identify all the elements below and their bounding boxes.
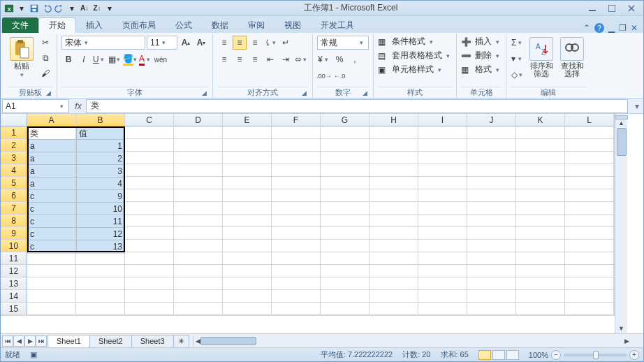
cell[interactable] [467, 164, 516, 177]
cell[interactable]: 值 [76, 126, 125, 140]
cell[interactable] [565, 215, 614, 227]
tab-home[interactable]: 开始 [38, 17, 76, 33]
row-header[interactable]: 11 [1, 252, 27, 265]
cell[interactable] [516, 139, 565, 152]
row-header[interactable]: 8 [1, 215, 27, 227]
cell[interactable] [418, 189, 467, 202]
cell[interactable] [223, 177, 272, 189]
scroll-thumb-v[interactable] [617, 128, 627, 156]
phonetic-icon[interactable]: wén [154, 52, 168, 66]
row-header[interactable]: 13 [1, 277, 27, 290]
format-painter-icon[interactable]: 🖌 [38, 66, 52, 80]
paste-button[interactable]: 粘贴 ▾ [8, 36, 36, 80]
zoom-handle[interactable] [593, 351, 599, 359]
cell[interactable] [27, 277, 76, 290]
tab-file[interactable]: 文件 [2, 17, 38, 33]
row-header[interactable]: 4 [1, 164, 27, 177]
page-layout-view-icon[interactable] [492, 350, 505, 360]
italic-icon[interactable]: I [77, 52, 91, 66]
row-header[interactable]: 10 [1, 240, 27, 252]
cell[interactable] [76, 265, 125, 277]
cell[interactable] [467, 265, 516, 277]
cell[interactable] [76, 252, 125, 265]
cell[interactable] [321, 215, 369, 227]
cell[interactable] [467, 227, 516, 240]
cell[interactable] [125, 189, 174, 202]
cell[interactable] [516, 252, 565, 265]
cell[interactable] [565, 152, 614, 164]
underline-icon[interactable]: U▾ [92, 52, 106, 66]
tab-formulas[interactable]: 公式 [166, 17, 202, 33]
cell[interactable] [174, 215, 223, 227]
col-header[interactable]: G [321, 114, 369, 126]
cell[interactable] [321, 227, 369, 240]
cell[interactable] [565, 164, 614, 177]
cell[interactable] [174, 189, 223, 202]
cell[interactable] [223, 303, 272, 315]
cell[interactable] [223, 202, 272, 215]
row-header[interactable]: 9 [1, 227, 27, 240]
cell[interactable] [565, 177, 614, 189]
cell[interactable] [467, 126, 516, 139]
sort-filter-button[interactable]: AZ 排序和筛选 [527, 36, 555, 79]
row-header[interactable]: 7 [1, 202, 27, 215]
cell[interactable] [223, 215, 272, 227]
cell[interactable] [516, 303, 565, 315]
cell[interactable] [516, 126, 565, 139]
normal-view-icon[interactable] [478, 350, 491, 360]
cell[interactable] [125, 215, 174, 227]
maximize-button[interactable] [606, 3, 618, 13]
cell[interactable]: 11 [76, 215, 125, 229]
cell[interactable] [223, 277, 272, 290]
cell[interactable] [27, 252, 76, 265]
cell[interactable] [272, 240, 321, 252]
cell[interactable] [467, 303, 516, 315]
align-left-icon[interactable]: ≡ [217, 52, 231, 66]
cell[interactable] [467, 290, 516, 303]
cell[interactable]: 3 [76, 164, 125, 178]
zoom-in-icon[interactable]: + [629, 350, 639, 360]
col-header[interactable]: F [272, 114, 321, 126]
col-header[interactable]: K [516, 114, 565, 126]
cell[interactable] [125, 227, 174, 240]
percent-icon[interactable]: % [332, 52, 346, 66]
cell[interactable] [516, 164, 565, 177]
cell[interactable] [223, 164, 272, 177]
cell[interactable] [321, 265, 369, 277]
cell-styles-button[interactable]: ▣单元格样式▾ [378, 64, 452, 75]
col-header[interactable]: H [369, 114, 418, 126]
align-right-icon[interactable]: ≡ [248, 52, 262, 66]
cell[interactable] [369, 189, 418, 202]
cell[interactable] [369, 177, 418, 189]
cell[interactable]: 类 [27, 126, 76, 140]
tab-nav-last-icon[interactable]: ⏭ [36, 335, 47, 347]
save-icon[interactable] [29, 3, 40, 14]
cell[interactable] [467, 189, 516, 202]
orientation-icon[interactable]: ⤹▾ [263, 36, 277, 50]
cell[interactable] [418, 215, 467, 227]
col-header[interactable]: D [174, 114, 223, 126]
cell[interactable] [516, 202, 565, 215]
cell[interactable] [125, 139, 174, 152]
font-color-icon[interactable]: A▾ [138, 52, 152, 66]
number-format-select[interactable]: 常规▾ [317, 36, 369, 50]
cell[interactable]: c [27, 227, 76, 241]
scroll-up-icon[interactable]: ▲ [618, 120, 624, 126]
cell[interactable] [27, 290, 76, 303]
cell[interactable] [223, 290, 272, 303]
cell[interactable]: a [27, 164, 76, 178]
cell[interactable] [223, 152, 272, 164]
cell[interactable] [565, 139, 614, 152]
cell[interactable] [321, 126, 369, 139]
cell[interactable]: a [27, 139, 76, 153]
cell[interactable] [467, 177, 516, 189]
col-header[interactable]: L [565, 114, 614, 126]
align-expand-icon[interactable]: ◢ [302, 89, 307, 96]
cell[interactable] [418, 202, 467, 215]
cell[interactable] [467, 252, 516, 265]
cell[interactable] [272, 303, 321, 315]
conditional-format-button[interactable]: ▦条件格式▾ [378, 36, 452, 48]
cell[interactable] [223, 139, 272, 152]
cell[interactable] [76, 303, 125, 315]
cell[interactable] [223, 227, 272, 240]
